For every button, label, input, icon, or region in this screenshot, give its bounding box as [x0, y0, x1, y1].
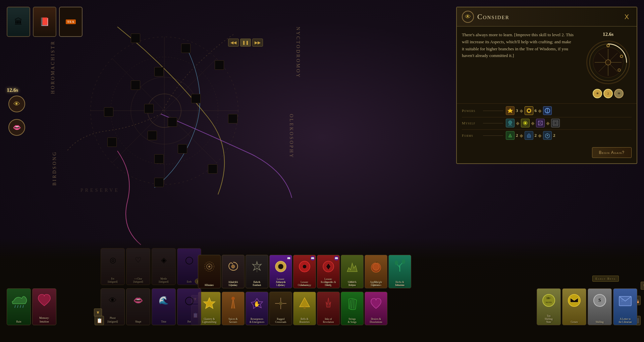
map-node[interactable]	[154, 178, 164, 187]
inks-label: Inks ofRevelation	[322, 318, 335, 324]
map-node[interactable]	[178, 144, 187, 154]
top-card-item2[interactable]: 📕	[33, 7, 56, 37]
strings-songs-card[interactable]: Strings& Songs	[341, 292, 364, 325]
right-tray-arrow-down[interactable]: ▼	[641, 282, 644, 290]
lesson-sabazin-card[interactable]: Lesson:Sabazin 📖	[293, 255, 316, 288]
map-node[interactable]	[228, 114, 237, 123]
svg-point-58	[373, 264, 379, 270]
map-node[interactable]	[215, 60, 224, 70]
powers-label: Powers	[462, 109, 480, 113]
fucine-art	[198, 255, 220, 278]
skill-token-2: 2	[603, 89, 613, 98]
resurgences-card[interactable]: ✋ Resurgences& Emergences	[246, 292, 268, 325]
ragged-crossroads-card[interactable]: RaggedCrossroads	[269, 292, 292, 325]
tea-label: TEA	[66, 19, 76, 24]
myself-icons: ◆ ◆ ◆	[506, 119, 560, 127]
letter-label: A Letter tothe Librarian	[618, 318, 633, 324]
glastery-label: Glastery &Lightsmithing	[202, 318, 217, 324]
furs-feathers-card[interactable]: Furs &Feathers	[246, 255, 268, 288]
spices-card[interactable]: Spices &Savours	[222, 292, 245, 325]
myself-icon-4	[551, 119, 560, 127]
mettle-fatigued-card[interactable]: ◈ Mettle[fatigued]	[152, 248, 176, 285]
shapt-card[interactable]: 👄 Shapt	[126, 288, 150, 325]
map-node[interactable]	[191, 94, 201, 103]
coil-label: Coil &Chasm	[229, 281, 237, 287]
pause-button[interactable]: ❚❚	[240, 39, 251, 47]
myself-icon-2	[521, 119, 530, 127]
map-node[interactable]	[131, 34, 140, 43]
bells-label: Bells &Brazieries	[299, 318, 310, 324]
rewind-button[interactable]: ◀◀	[228, 39, 239, 47]
map-node[interactable]	[208, 164, 217, 174]
consider-timer-value: 12.6s	[603, 32, 613, 37]
eye-icon-left[interactable]: 👁	[8, 96, 25, 112]
map-node[interactable]	[131, 80, 140, 90]
ereb-label: Ereb	[186, 280, 192, 283]
fucine-card[interactable]: Fucine	[198, 255, 221, 288]
letter-librarian-card[interactable]: A Letter tothe Librarian	[613, 288, 637, 325]
svg-point-59	[395, 261, 398, 265]
trist-label: Trist	[161, 320, 167, 324]
consider-button[interactable]: Begin Again?	[592, 147, 632, 158]
mettle-label: Mettle[fatigued]	[158, 277, 169, 283]
map-node[interactable]	[181, 44, 191, 53]
fucine-label: Fucine	[205, 284, 213, 287]
notebook-icon-left[interactable]: 📋	[95, 316, 104, 325]
herbs-infusions-card[interactable]: Herbs &Infusions	[388, 255, 411, 288]
myself-label: Myself	[462, 121, 480, 125]
forms-line	[483, 135, 503, 136]
chor-fatigued-card[interactable]: ♡ ++Chor[fatigued]	[126, 248, 150, 285]
map-node[interactable]	[104, 107, 113, 117]
consider-title-area: 👁 Consider	[462, 11, 509, 23]
powers-icons: 3 ◆ 6 ◆	[506, 106, 552, 115]
fet-card[interactable]: ◯ Fet	[177, 288, 201, 325]
applebright-card[interactable]: ApplebrightEuphonies	[365, 255, 387, 288]
inks-revelation-card[interactable]: Inks ofRevelation	[317, 292, 340, 325]
svg-point-50	[231, 265, 235, 268]
map-node[interactable]	[148, 131, 157, 140]
map-label-preserve: PRESERVE	[80, 188, 120, 193]
power-value-2: 6	[535, 108, 537, 113]
phost-label: Phost[fatigued]	[107, 317, 119, 324]
forward-button[interactable]: ▶▶	[252, 39, 263, 47]
memory-art	[33, 289, 56, 312]
lesson-anbary-lapidary-card[interactable]: Lesson:Anbary &Lapidary 📖	[269, 255, 292, 288]
phost-card[interactable]: 👁 Phost[fatigued]	[101, 288, 125, 325]
svg-marker-61	[204, 298, 215, 308]
mouth-icon-left[interactable]: 👄	[8, 119, 25, 136]
shilling-card[interactable]: S Shilling	[588, 288, 612, 325]
svg-point-17	[621, 56, 623, 57]
lesson-sabazin-badge: 📖	[310, 256, 315, 261]
glastery-card[interactable]: Glastery &Lightsmithing	[198, 292, 221, 325]
forms-value-1: 2	[516, 133, 518, 138]
ten-shilling-note-card[interactable]: 10/- NOTE TenShillingNote	[537, 288, 561, 325]
memory-intuition-card[interactable]: Memory:Intuition	[32, 288, 56, 325]
map-node[interactable]	[168, 117, 177, 127]
map-node[interactable]	[144, 104, 154, 113]
wolf-stories-card[interactable]: WolfStories	[341, 255, 364, 288]
trist-card[interactable]: 🌊 Trist	[152, 288, 176, 325]
left-tray-arrow-down[interactable]: ▼	[94, 308, 102, 317]
bells-brazieries-card[interactable]: Bells &Brazieries	[293, 292, 316, 325]
coil-chasm-card[interactable]: Coil &Chasm	[222, 255, 245, 288]
svg-point-1	[111, 57, 218, 164]
map-node[interactable]	[154, 154, 164, 164]
lesson-resurgences-card[interactable]: Lesson:Resurgences &Emerg. 📖	[317, 255, 340, 288]
stat-dot-4: ◆	[531, 120, 535, 126]
consider-header: 👁 Consider X	[457, 7, 637, 26]
rain-art	[7, 289, 31, 312]
top-card-tea[interactable]: TEA	[59, 7, 83, 37]
map-node[interactable]	[107, 137, 117, 147]
trist-art: 🌊	[152, 289, 175, 312]
crown-card[interactable]: Crown	[562, 288, 586, 325]
fet-fatigued-card[interactable]: ◎ Fet[fatigued]	[101, 248, 125, 285]
map-node[interactable]	[154, 67, 164, 76]
skill-card-row: 👁 Phost[fatigued] 👄 Shapt 🌊 Trist ◯ Fet	[101, 288, 201, 325]
top-card-item1[interactable]: 🏛	[7, 7, 30, 37]
close-button[interactable]: X	[622, 12, 632, 21]
stat-dot: ◆	[520, 108, 523, 114]
svg-line-71	[15, 305, 15, 308]
svg-point-2	[131, 77, 198, 144]
rain-card[interactable]: Rain	[7, 288, 31, 325]
desires-card[interactable]: Desires &Dissolutions	[365, 292, 387, 325]
